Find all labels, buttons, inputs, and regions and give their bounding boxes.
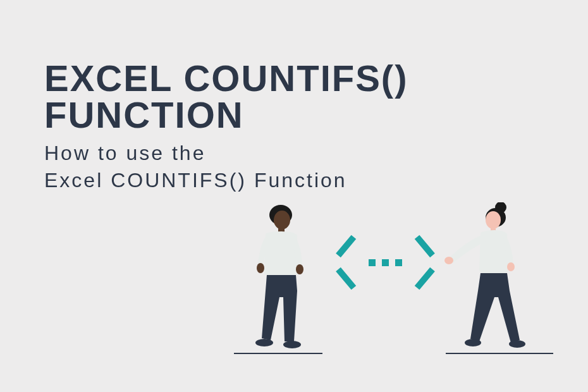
dot-icon (369, 259, 376, 266)
svg-point-14 (509, 340, 525, 348)
subtitle-line-1: How to use the (44, 142, 205, 164)
dot-icon (395, 259, 402, 266)
arrows-icon (338, 243, 432, 281)
svg-point-7 (255, 339, 273, 346)
ground-line-left (234, 353, 322, 354)
page-subtitle: How to use the Excel COUNTIFS() Function (44, 140, 544, 194)
svg-point-13 (507, 262, 515, 271)
svg-point-6 (283, 341, 301, 348)
subtitle-line-2: Excel COUNTIFS() Function (44, 169, 347, 192)
svg-point-5 (296, 264, 303, 274)
svg-point-10 (486, 211, 501, 229)
chevron-right-icon (413, 243, 432, 281)
svg-point-12 (444, 257, 453, 264)
illustration (209, 196, 575, 373)
svg-point-2 (274, 218, 278, 224)
svg-point-15 (465, 339, 481, 346)
svg-point-4 (257, 263, 264, 273)
dots-icon (369, 259, 402, 266)
ground-line-right (446, 353, 553, 354)
chevron-left-icon (338, 243, 357, 281)
person-left-icon (234, 202, 322, 354)
person-right-icon (436, 202, 537, 354)
dot-icon (382, 259, 389, 266)
content-area: EXCEL COUNTIFS() FUNCTION How to use the… (0, 0, 588, 194)
page-title: EXCEL COUNTIFS() FUNCTION (44, 60, 544, 133)
